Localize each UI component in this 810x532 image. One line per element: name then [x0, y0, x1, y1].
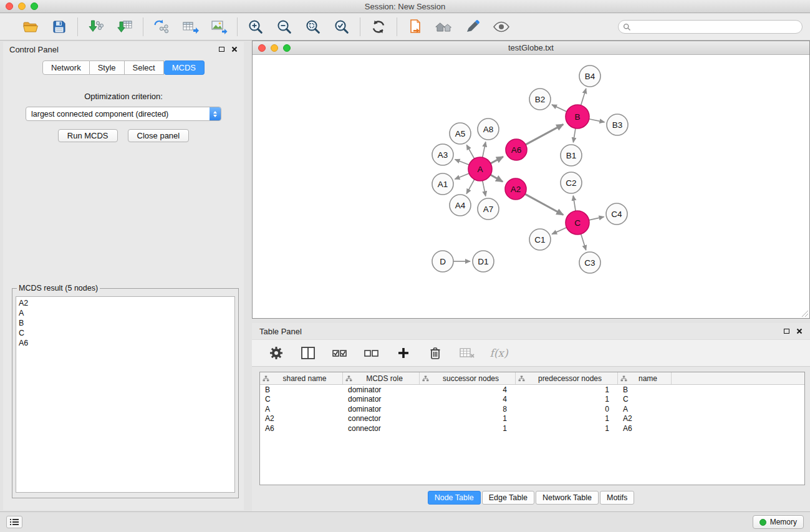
graph-node-B1[interactable]: B1	[561, 145, 582, 166]
graph-node-A4[interactable]: A4	[450, 195, 471, 216]
graph-node-C2[interactable]: C2	[561, 172, 582, 193]
column-header[interactable]: name	[618, 372, 672, 384]
close-table-panel-icon[interactable]	[796, 328, 803, 334]
graph-node-A3[interactable]: A3	[432, 144, 453, 165]
table-row[interactable]: Bdominator41B	[260, 385, 804, 395]
add-column-button[interactable]	[394, 344, 413, 362]
graph-edge[interactable]	[483, 181, 486, 196]
result-item[interactable]: B	[19, 318, 232, 328]
zoom-fit-button[interactable]	[304, 17, 322, 36]
tab-network-table[interactable]: Network Table	[536, 491, 599, 505]
graph-edge[interactable]	[491, 175, 503, 181]
export-network-button[interactable]	[152, 17, 171, 36]
export-table-button[interactable]	[181, 17, 200, 36]
graph-node-A6[interactable]: A6	[506, 139, 527, 160]
graph-edge[interactable]	[466, 145, 474, 158]
graph-node-B3[interactable]: B3	[607, 114, 628, 135]
graph-edge[interactable]	[552, 105, 567, 112]
deselect-all-button[interactable]	[362, 344, 381, 362]
network-canvas[interactable]: B4B2BB3A8A5A6A3B1AC2A1A2A4A7C4CC1DD1C3	[253, 56, 809, 318]
graph-node-A1[interactable]: A1	[432, 173, 453, 195]
maximize-network-button[interactable]	[283, 44, 291, 52]
float-table-panel-icon[interactable]	[784, 329, 789, 334]
graph-edge[interactable]	[589, 217, 604, 220]
graph-node-D1[interactable]: D1	[473, 251, 494, 272]
graph-edge[interactable]	[491, 157, 503, 163]
graph-edge[interactable]	[581, 89, 586, 105]
graph-node-A7[interactable]: A7	[478, 198, 499, 220]
graph-edge[interactable]	[525, 194, 563, 215]
tab-network[interactable]: Network	[42, 60, 90, 75]
graph-node-D[interactable]: D	[432, 251, 453, 272]
minimize-network-button[interactable]	[271, 44, 278, 52]
maximize-window-button[interactable]	[31, 2, 38, 10]
edit-style-button[interactable]	[463, 17, 482, 36]
result-item[interactable]: A6	[19, 338, 232, 348]
tab-mcds[interactable]: MCDS	[164, 60, 205, 75]
graph-node-C3[interactable]: C3	[579, 252, 600, 273]
zoom-in-button[interactable]	[246, 17, 265, 36]
minimize-window-button[interactable]	[18, 2, 26, 10]
graph-edge[interactable]	[483, 142, 486, 158]
tab-edge-table[interactable]: Edge Table	[482, 491, 534, 505]
close-panel-button[interactable]: Close panel	[128, 129, 190, 142]
zoom-out-button[interactable]	[275, 17, 294, 36]
tab-node-table[interactable]: Node Table	[428, 491, 481, 505]
toggle-details-button[interactable]	[492, 17, 511, 36]
graph-edge[interactable]	[526, 124, 563, 145]
delete-table-button[interactable]	[458, 344, 476, 362]
graph-edge[interactable]	[455, 173, 469, 179]
select-all-button[interactable]	[330, 344, 349, 362]
graph-node-C[interactable]: C	[566, 211, 589, 235]
close-window-button[interactable]	[6, 2, 13, 10]
graph-node-A8[interactable]: A8	[478, 118, 499, 140]
graph-node-B2[interactable]: B2	[529, 89, 551, 110]
graph-edge[interactable]	[455, 160, 470, 165]
graph-node-C4[interactable]: C4	[606, 203, 627, 225]
resize-grip-icon[interactable]	[801, 309, 809, 317]
graph-node-B4[interactable]: B4	[579, 65, 600, 87]
search-input[interactable]	[618, 20, 803, 34]
table-row[interactable]: A6connector11A6	[260, 423, 804, 433]
function-builder-button[interactable]: f(x)	[489, 344, 508, 362]
open-session-button[interactable]	[21, 17, 40, 36]
export-image-button[interactable]	[210, 17, 228, 36]
graph-node-C1[interactable]: C1	[529, 229, 551, 250]
graph-edge[interactable]	[466, 180, 475, 194]
tab-motifs[interactable]: Motifs	[600, 491, 634, 505]
refresh-button[interactable]	[369, 17, 388, 36]
graph-node-A5[interactable]: A5	[450, 123, 471, 144]
result-item[interactable]: A	[19, 308, 232, 318]
memory-button[interactable]: Memory	[753, 515, 804, 529]
task-history-button[interactable]	[6, 516, 22, 528]
select-columns-button[interactable]	[299, 344, 317, 362]
delete-column-button[interactable]	[426, 344, 445, 362]
import-network-button[interactable]	[87, 17, 105, 36]
float-panel-icon[interactable]	[219, 47, 224, 52]
result-item[interactable]: C	[19, 328, 232, 338]
tab-select[interactable]: Select	[125, 60, 164, 75]
close-network-button[interactable]	[258, 44, 266, 52]
column-header[interactable]: MCDS role	[343, 372, 420, 384]
graph-edge[interactable]	[589, 119, 605, 122]
tab-style[interactable]: Style	[90, 60, 125, 75]
table-settings-button[interactable]	[267, 344, 286, 362]
optimization-criterion-select[interactable]: largest connected component (directed)	[26, 107, 221, 121]
graph-edge[interactable]	[573, 196, 576, 211]
zoom-selected-button[interactable]	[332, 17, 351, 36]
column-header[interactable]: predecessor nodes	[516, 372, 618, 384]
home-button[interactable]	[435, 17, 453, 36]
graph-node-A[interactable]: A	[468, 157, 492, 181]
open-document-button[interactable]	[406, 17, 425, 36]
graph-node-A2[interactable]: A2	[505, 178, 526, 200]
table-row[interactable]: Adominator80A	[260, 404, 804, 414]
table-row[interactable]: Cdominator41C	[260, 395, 804, 405]
column-header[interactable]: successor nodes	[420, 372, 516, 384]
run-mcds-button[interactable]: Run MCDS	[58, 129, 118, 142]
import-table-button[interactable]	[115, 17, 134, 36]
graph-edge[interactable]	[573, 128, 576, 143]
column-header[interactable]: shared name	[260, 372, 343, 384]
close-panel-icon[interactable]	[231, 46, 238, 52]
mcds-result-list[interactable]: A2ABCA6	[16, 296, 235, 493]
save-session-button[interactable]	[50, 17, 69, 36]
